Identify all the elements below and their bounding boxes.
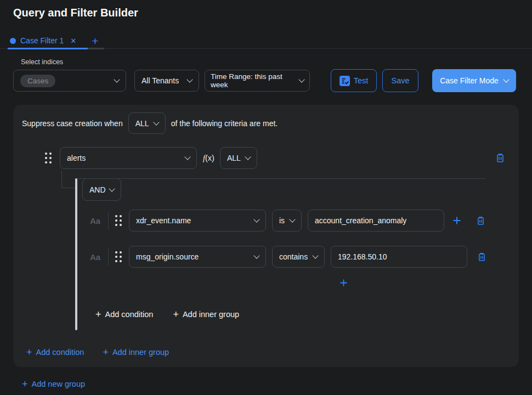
drag-handle-icon[interactable] <box>45 153 52 163</box>
active-tab-underline <box>8 48 88 49</box>
tabbar-underline-extension <box>88 48 104 49</box>
tab-close-icon[interactable]: ✕ <box>70 37 76 45</box>
condition-field-value: msg_origin.source <box>136 252 199 261</box>
plus-icon: + <box>26 347 32 357</box>
add-inner-group-button[interactable]: + Add inner group <box>173 309 239 319</box>
condition-operator-value: contains <box>279 252 308 261</box>
chevron-down-icon <box>245 154 251 160</box>
chevron-down-icon <box>312 252 318 258</box>
condition-operator-dropdown[interactable]: is <box>272 210 302 232</box>
group-field-value: alerts <box>67 154 86 162</box>
field-type-text-badge: Aa <box>90 252 105 262</box>
indices-dropdown[interactable]: Cases <box>13 70 126 92</box>
condition-operator-value: is <box>279 216 285 225</box>
tab-bar: Case Filter 1 ✕ + <box>0 32 532 49</box>
tenants-selected-label: All Tenants <box>142 76 179 85</box>
plus-icon: + <box>95 309 101 319</box>
add-tab-button[interactable]: + <box>92 35 98 47</box>
condition-value-input[interactable] <box>331 246 467 268</box>
logic-operator-dropdown[interactable]: AND <box>82 178 121 201</box>
condition-operator-dropdown[interactable]: contains <box>272 246 325 268</box>
condition-field-value: xdr_event.name <box>136 216 191 225</box>
indices-selected-pill: Cases <box>20 75 55 87</box>
save-button[interactable]: Save <box>382 69 418 92</box>
fx-label: f(x) <box>203 154 214 163</box>
test-button[interactable]: Test <box>331 69 377 92</box>
plus-icon <box>452 216 461 225</box>
logic-operator-value: AND <box>89 185 106 194</box>
page-title: Query and Filter Builder <box>0 0 532 19</box>
time-range-dropdown[interactable]: Time Range: this past week <box>205 70 310 92</box>
suppress-operator-dropdown[interactable]: ALL <box>128 112 166 134</box>
tab-case-filter-1[interactable]: Case Filter 1 ✕ <box>8 32 80 49</box>
chevron-down-icon <box>289 216 295 222</box>
delete-condition-button[interactable] <box>478 252 486 262</box>
condition-field-dropdown[interactable]: msg_origin.source <box>129 246 266 268</box>
trash-icon <box>478 252 486 262</box>
chevron-down-icon <box>114 76 120 82</box>
chevron-down-icon <box>298 76 304 82</box>
suppress-prefix-text: Suppress case creation when <box>22 119 123 128</box>
delete-condition-button[interactable] <box>477 216 485 225</box>
group-operator-value: ALL <box>227 154 241 162</box>
suppress-operator-value: ALL <box>135 119 149 128</box>
add-inner-group-label: Add inner group <box>183 310 239 319</box>
plus-icon: + <box>22 379 28 389</box>
inner-group-add-row: + Add condition + Add inner group <box>95 309 486 319</box>
plus-icon: + <box>103 347 109 357</box>
condition-field-dropdown[interactable]: xdr_event.name <box>129 210 266 232</box>
tab-status-dot-icon <box>10 38 16 44</box>
drag-handle-icon[interactable] <box>115 215 122 226</box>
group-add-row: + Add condition + Add inner group <box>26 347 519 357</box>
footer: + Add new group <box>22 379 532 389</box>
add-new-group-label: Add new group <box>32 380 86 388</box>
add-condition-button[interactable]: + Add condition <box>95 309 153 319</box>
add-new-group-button[interactable]: + Add new group <box>22 379 85 389</box>
add-inner-group-button[interactable]: + Add inner group <box>103 347 169 357</box>
chevron-down-icon <box>253 252 259 258</box>
add-condition-button[interactable]: + Add condition <box>26 347 84 357</box>
chevron-down-icon <box>109 185 115 191</box>
checklist-icon <box>339 76 350 86</box>
group-field-dropdown[interactable]: alerts <box>60 147 197 169</box>
chevron-down-icon <box>253 216 259 222</box>
plus-icon <box>339 279 348 287</box>
trash-icon <box>477 216 485 225</box>
group-connector-horizontal <box>61 188 76 188</box>
case-filter-mode-dropdown-button[interactable]: Case Filter Mode <box>432 69 516 92</box>
criteria-group: alerts f(x) ALL <box>13 147 519 357</box>
trash-icon <box>496 153 505 163</box>
filter-builder-panel: Suppress case creation when ALL of the f… <box>13 105 519 367</box>
add-condition-label: Add condition <box>36 348 84 357</box>
suppress-suffix-text: of the following criteria are met. <box>171 119 278 128</box>
condition-row: Aa msg_origin.source contains <box>77 246 486 268</box>
condition-value-input[interactable] <box>308 210 444 232</box>
add-condition-label: Add condition <box>105 310 154 319</box>
test-button-label: Test <box>354 76 369 85</box>
group-operator-dropdown[interactable]: ALL <box>220 147 257 169</box>
inner-condition-group: AND Aa xdr_event.name is <box>75 178 486 330</box>
group-connector-vertical <box>61 170 62 188</box>
chevron-down-icon <box>186 76 193 82</box>
suppress-rule-row: Suppress case creation when ALL of the f… <box>13 105 519 134</box>
group-header-row: alerts f(x) ALL <box>13 147 519 169</box>
tenants-dropdown[interactable]: All Tenants <box>134 70 199 92</box>
chevron-down-icon <box>503 76 509 82</box>
divider <box>108 212 109 229</box>
add-condition-inline-button[interactable] <box>339 279 348 287</box>
chevron-down-icon <box>153 119 159 125</box>
drag-handle-icon[interactable] <box>115 251 122 262</box>
select-indices-label: Select indices <box>21 58 532 66</box>
divider <box>108 248 109 266</box>
plus-icon: + <box>173 309 179 319</box>
add-value-button[interactable] <box>452 216 461 225</box>
chevron-down-icon <box>184 154 190 160</box>
tab-label: Case Filter 1 <box>20 36 64 45</box>
delete-group-button[interactable] <box>496 153 505 163</box>
time-range-selected-label: Time Range: this past week <box>211 72 299 89</box>
add-inner-group-label: Add inner group <box>112 348 169 357</box>
condition-row: Aa xdr_event.name is <box>77 210 486 232</box>
case-filter-mode-label: Case Filter Mode <box>440 76 499 85</box>
toolbar: Cases All Tenants Time Range: this past … <box>0 69 532 92</box>
field-type-text-badge: Aa <box>90 216 105 225</box>
